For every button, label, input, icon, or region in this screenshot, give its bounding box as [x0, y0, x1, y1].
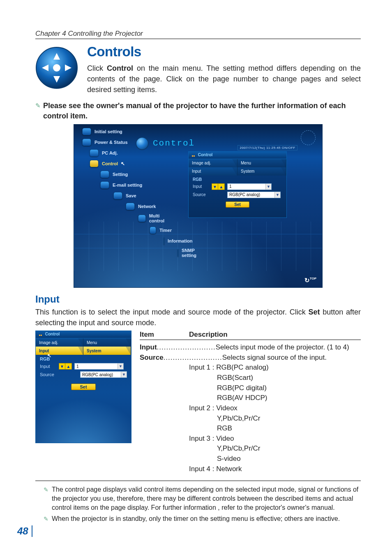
- definition-group: Input 4 : Network: [140, 464, 361, 474]
- tab[interactable]: Input: [189, 167, 238, 176]
- input-stepper[interactable]: ▼ ▲: [59, 363, 72, 370]
- nav-icon: [100, 181, 109, 189]
- sidebar-item[interactable]: Information: [164, 237, 172, 245]
- sidebar-item-label: Power & Status: [95, 140, 128, 145]
- source-select[interactable]: RGB(PC analog) ▼: [80, 371, 127, 378]
- control-screenshot: 2007/7/12(Thu) 11:25:45 ON/OFF Control I…: [74, 124, 323, 288]
- datetime-label: 2007/7/12(Thu) 11:25:45 ON/OFF: [238, 145, 297, 150]
- definition-group: Input 2 : Videox: [140, 403, 361, 414]
- separator: [35, 481, 361, 481]
- nav-icon: [90, 149, 99, 157]
- sidebar-item-label: Network: [138, 204, 156, 209]
- top-button[interactable]: ↻TOP: [304, 277, 316, 284]
- input-select[interactable]: 1 ▼: [227, 183, 272, 190]
- pencil-icon: ✎: [35, 101, 41, 121]
- nav-icon: [164, 237, 164, 245]
- definition-sub: RGB(AV HDCP): [140, 393, 361, 403]
- chevron-down-icon[interactable]: ▼: [265, 184, 271, 190]
- sidebar-item[interactable]: Setting: [100, 171, 172, 178]
- table-header: Item Description: [140, 331, 361, 340]
- step-up-icon[interactable]: ▲: [65, 363, 72, 370]
- chevron-down-icon[interactable]: ▼: [274, 192, 280, 198]
- set-button[interactable]: Set: [71, 384, 95, 390]
- tab[interactable]: Menu: [83, 338, 131, 347]
- sidebar-item-label: E-mail setting: [113, 183, 142, 187]
- clock-icon: [301, 130, 316, 145]
- input-heading: Input: [35, 294, 361, 305]
- input-paragraph: This function is to select the input mod…: [35, 307, 361, 328]
- sidebar-item[interactable]: Save: [113, 192, 172, 199]
- sidebar-item[interactable]: Timer: [150, 227, 172, 234]
- sidebar-item[interactable]: Initial setting: [82, 128, 172, 135]
- sidebar-item-label: Setting: [113, 172, 128, 177]
- panel-head: Control: [189, 152, 286, 159]
- step-down-icon[interactable]: ▼: [59, 363, 65, 370]
- sidebar-item[interactable]: Multi control: [138, 213, 172, 223]
- sidebar-item[interactable]: PC Adj.: [90, 149, 172, 157]
- footnote: ✎The control page displays valid control…: [44, 485, 361, 512]
- tab[interactable]: Image adj.: [189, 159, 238, 167]
- input-row-label: Input: [193, 184, 209, 189]
- sidebar-item-label: Timer: [159, 228, 172, 233]
- control-panel: Control Image adj.Menu InputSystem RGB I…: [188, 151, 287, 218]
- definition-list: Input.........................Selects in…: [140, 342, 361, 474]
- definition-sub: RGB(PC digital): [140, 383, 361, 393]
- note-text: Please see the owner's manual of the pro…: [43, 101, 361, 121]
- definition-row: Input.........................Selects in…: [140, 342, 361, 353]
- sidebar-item-label: Multi control: [149, 213, 172, 223]
- definition-sub: RGB: [140, 423, 361, 434]
- input-row-label: Input: [40, 364, 56, 369]
- sidebar-item-label: Initial setting: [95, 129, 122, 134]
- nav-icon: [138, 215, 146, 222]
- nav-icon: [126, 203, 135, 210]
- nav-icon: [178, 249, 178, 257]
- sidebar-item[interactable]: Power & Status: [82, 139, 172, 146]
- nav-icon: [90, 160, 99, 167]
- nav-icon: [82, 139, 91, 146]
- step-down-icon[interactable]: ▼: [212, 183, 218, 190]
- controls-icon: [35, 46, 78, 89]
- input-stepper[interactable]: ▼ ▲: [212, 183, 225, 190]
- source-row-label: Source: [40, 372, 55, 377]
- sidebar: Initial settingPower & StatusPC Adj.Cont…: [77, 128, 172, 261]
- tab[interactable]: Input↖: [36, 347, 83, 355]
- sidebar-item[interactable]: E-mail setting: [100, 181, 172, 189]
- nav-icon: [82, 128, 91, 135]
- pencil-icon: ✎: [44, 485, 48, 512]
- step-up-icon[interactable]: ▲: [218, 183, 225, 190]
- intro-paragraph: Click Control on the main menu. The sett…: [87, 63, 361, 95]
- source-row-label: Source: [193, 192, 209, 197]
- page-number: 48: [17, 525, 32, 537]
- sidebar-item[interactable]: Network: [126, 203, 172, 210]
- definition-sub: S-video: [140, 454, 361, 464]
- source-select[interactable]: RGB(PC analog) ▼: [227, 192, 281, 198]
- chevron-down-icon[interactable]: ▼: [121, 372, 127, 377]
- sidebar-item-label: Information: [168, 238, 193, 243]
- group-label: RGB: [189, 176, 286, 182]
- chapter-header: Chapter 4 Controlling the Projector: [35, 30, 361, 39]
- sidebar-item[interactable]: Control↖: [90, 160, 172, 167]
- definition-row: Source.........................Selects s…: [140, 353, 361, 363]
- panel-head: Control: [36, 331, 131, 338]
- page-title: Controls: [87, 44, 361, 60]
- nav-icon: [113, 192, 122, 199]
- nav-icon: [100, 171, 109, 178]
- input-select[interactable]: 1 ▼: [74, 363, 124, 370]
- tab[interactable]: Image adj.: [36, 338, 83, 347]
- set-button[interactable]: Set: [226, 201, 249, 208]
- chevron-down-icon[interactable]: ▼: [118, 363, 123, 369]
- sidebar-item-label: Control: [102, 161, 118, 166]
- definition-sub: Y,Pb/Cb,Pr/Cr: [140, 444, 361, 454]
- pencil-icon: ✎: [44, 514, 48, 523]
- definition-sub: RGB(Scart): [140, 373, 361, 383]
- tab[interactable]: Menu: [238, 159, 286, 167]
- input-mini-screenshot: Control Image adj.Menu Input↖System RGB …: [35, 331, 131, 443]
- tab[interactable]: System: [83, 347, 131, 355]
- tab[interactable]: System: [238, 167, 286, 176]
- cursor-icon: ↖: [121, 161, 125, 166]
- nav-icon: [150, 227, 156, 234]
- sidebar-item-label: PC Adj.: [102, 150, 118, 155]
- definition-group: Input 3 : Video: [140, 434, 361, 444]
- svg-point-1: [53, 64, 60, 72]
- sidebar-item-label: SNMP setting: [182, 248, 196, 258]
